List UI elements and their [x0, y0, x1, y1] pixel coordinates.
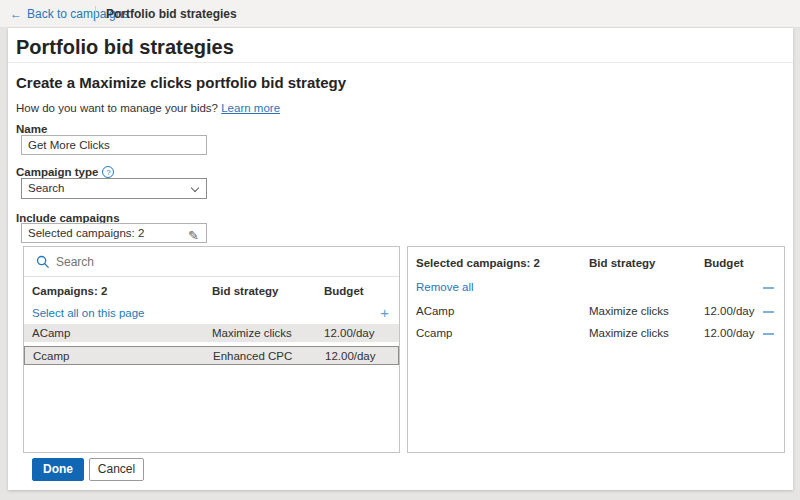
campaign-name-cell: ACamp: [416, 305, 454, 317]
back-arrow-icon: ←: [10, 7, 22, 21]
campaign-name-cell: ACamp: [32, 327, 70, 339]
name-label: Name: [16, 123, 47, 135]
name-input[interactable]: [21, 135, 207, 155]
campaign-type-label-text: Campaign type: [16, 166, 98, 178]
pencil-icon[interactable]: ✎: [188, 226, 199, 245]
page-title: Portfolio bid strategies: [16, 36, 234, 59]
bid-strategy-cell: Enhanced CPC: [213, 350, 292, 362]
column-header-bid-strategy: Bid strategy: [589, 257, 655, 269]
remove-all-link[interactable]: Remove all: [416, 281, 474, 293]
bid-strategy-cell: Maximize clicks: [589, 305, 669, 317]
section-heading: Create a Maximize clicks portfolio bid s…: [16, 74, 346, 91]
page: ←Back to campaigns Portfolio bid strateg…: [0, 0, 800, 500]
content-card: Portfolio bid strategies Create a Maximi…: [8, 28, 793, 490]
budget-cell: 12.00/day: [325, 350, 376, 362]
table-row[interactable]: Ccamp Enhanced CPC 12.00/day: [24, 346, 399, 365]
bid-strategy-cell: Maximize clicks: [589, 327, 669, 339]
budget-cell: 12.00/day: [704, 327, 755, 339]
campaign-name-cell: Ccamp: [33, 350, 69, 362]
campaign-type-select[interactable]: Search: [21, 178, 207, 199]
topbar-page-title: Portfolio bid strategies: [106, 7, 237, 21]
title-divider: [8, 62, 793, 63]
table-row[interactable]: ACamp Maximize clicks 12.00/day: [24, 324, 399, 342]
budget-cell: 12.00/day: [324, 327, 375, 339]
learn-more-link[interactable]: Learn more: [221, 102, 280, 114]
column-header-budget: Budget: [324, 285, 364, 297]
column-header-campaigns: Campaigns: 2: [32, 285, 107, 297]
remove-row-minus-icon[interactable]: [763, 311, 774, 313]
help-icon[interactable]: ?: [102, 166, 114, 178]
bids-question-text: How do you want to manage your bids? Lea…: [16, 102, 280, 114]
remove-all-minus-icon[interactable]: [763, 287, 774, 289]
top-bar: ←Back to campaigns Portfolio bid strateg…: [0, 0, 800, 28]
column-header-budget: Budget: [704, 257, 744, 269]
bid-strategy-cell: Maximize clicks: [212, 327, 292, 339]
remove-row-minus-icon[interactable]: [763, 333, 774, 335]
chevron-down-icon: [191, 184, 199, 192]
budget-cell: 12.00/day: [704, 305, 755, 317]
done-button[interactable]: Done: [32, 458, 84, 481]
search-input[interactable]: [56, 251, 356, 273]
selected-campaigns-panel: Selected campaigns: 2 Bid strategy Budge…: [407, 246, 785, 453]
campaign-type-value: Search: [28, 182, 64, 194]
campaign-type-label: Campaign type?: [16, 166, 114, 178]
search-icon: [36, 255, 50, 269]
column-header-selected-campaigns: Selected campaigns: 2: [416, 257, 540, 269]
include-campaigns-field[interactable]: Selected campaigns: 2 ✎: [21, 223, 207, 243]
add-all-plus-icon[interactable]: +: [380, 307, 389, 319]
question-text: How do you want to manage your bids?: [16, 102, 218, 114]
select-all-link[interactable]: Select all on this page: [32, 307, 145, 319]
campaign-picker-panel: Campaigns: 2 Bid strategy Budget Select …: [23, 246, 400, 453]
include-campaigns-value: Selected campaigns: 2: [28, 227, 144, 239]
cancel-button[interactable]: Cancel: [89, 458, 144, 481]
topbar-divider: [95, 6, 96, 22]
search-row: [24, 247, 399, 277]
campaign-name-cell: Ccamp: [416, 327, 452, 339]
column-header-bid-strategy: Bid strategy: [212, 285, 278, 297]
